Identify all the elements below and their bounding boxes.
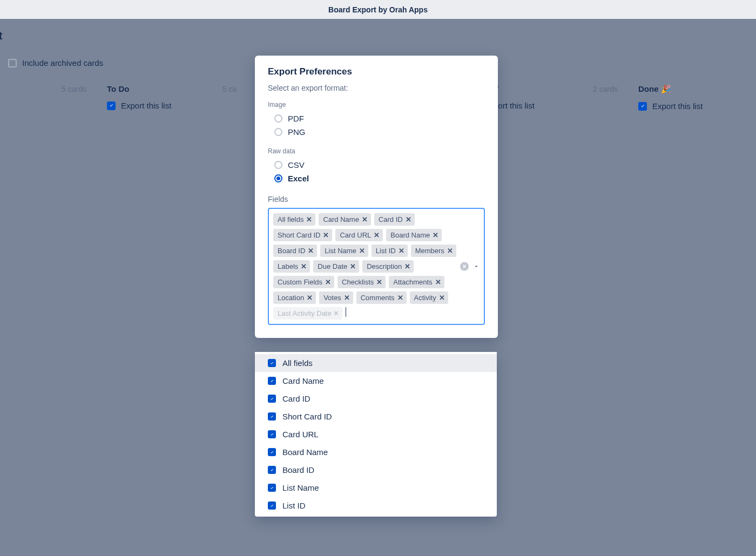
dropdown-option[interactable]: Card Name — [255, 372, 497, 390]
field-tag[interactable]: Location✕ — [273, 291, 316, 304]
clear-all-icon[interactable] — [460, 262, 469, 271]
remove-tag-icon[interactable]: ✕ — [359, 247, 365, 255]
radio-png-label: PNG — [288, 127, 306, 137]
field-tag[interactable]: Votes✕ — [319, 291, 353, 304]
export-list-row[interactable]: Export this list — [102, 97, 242, 114]
remove-tag-icon[interactable]: ✕ — [406, 215, 411, 223]
field-tag[interactable]: Board ID✕ — [273, 245, 317, 257]
remove-tag-icon[interactable]: ✕ — [435, 278, 441, 286]
export-list-row[interactable]: port this list — [488, 97, 623, 114]
dropdown-checkbox[interactable] — [268, 484, 276, 492]
dropdown-checkbox[interactable] — [268, 412, 276, 421]
dropdown-option[interactable]: All fields — [255, 354, 497, 372]
field-tag[interactable]: Custom Fields✕ — [273, 276, 334, 288]
dropdown-checkbox[interactable] — [268, 501, 276, 510]
field-tag-partial: Last Activity Date ✕ — [273, 307, 342, 320]
dropdown-option[interactable]: Short Card ID — [255, 408, 497, 425]
format-csv-row[interactable]: CSV — [268, 158, 485, 172]
fields-label: Fields — [268, 195, 485, 204]
fields-dropdown[interactable]: All fieldsCard NameCard IDShort Card IDC… — [255, 352, 497, 517]
modal-title: Export Preferences — [268, 66, 485, 77]
radio-excel-label: Excel — [288, 174, 309, 183]
field-tag-label: Attachments — [393, 278, 432, 286]
remove-tag-icon[interactable]: ✕ — [325, 278, 331, 286]
remove-tag-icon[interactable]: ✕ — [323, 231, 329, 239]
field-tag[interactable]: Attachments✕ — [389, 276, 444, 288]
field-tag-label: Due Date — [318, 262, 347, 270]
field-tag[interactable]: Labels✕ — [273, 260, 310, 273]
dropdown-checkbox[interactable] — [268, 430, 276, 438]
format-png-row[interactable]: PNG — [268, 125, 485, 139]
radio-csv-label: CSV — [288, 160, 305, 169]
export-list-label: port this list — [494, 101, 535, 110]
dropdown-option-label: Board Name — [282, 447, 328, 457]
radio-excel[interactable] — [274, 174, 282, 182]
remove-tag-icon[interactable]: ✕ — [439, 294, 445, 302]
remove-tag-icon[interactable]: ✕ — [404, 262, 410, 270]
list-column: Y 2 cards port this list — [488, 81, 623, 115]
remove-tag-icon[interactable]: ✕ — [307, 294, 313, 302]
field-tag[interactable]: Members✕ — [411, 245, 456, 257]
dropdown-option[interactable]: List ID — [255, 497, 497, 514]
radio-png[interactable] — [274, 128, 282, 136]
field-tag-label: Card Name — [323, 215, 359, 223]
remove-tag-icon[interactable]: ✕ — [397, 294, 403, 302]
field-tag[interactable]: Activity✕ — [410, 291, 448, 304]
list-column: To Do 5 ca Export this list — [102, 81, 242, 115]
export-preferences-modal: Export Preferences Select an export form… — [255, 56, 498, 338]
field-tag[interactable]: List ID✕ — [372, 245, 408, 257]
export-list-checkbox[interactable] — [107, 101, 116, 110]
field-tag[interactable]: Card Name✕ — [319, 213, 370, 226]
field-tag-label: Custom Fields — [278, 278, 322, 286]
field-tag[interactable]: List Name✕ — [320, 245, 368, 257]
include-archived-label: Include archived cards — [22, 58, 103, 67]
remove-tag-icon[interactable]: ✕ — [374, 231, 380, 239]
dropdown-checkbox[interactable] — [268, 466, 276, 474]
remove-tag-icon[interactable]: ✕ — [399, 247, 404, 255]
dropdown-option-label: Card Name — [282, 376, 324, 385]
field-tag[interactable]: Card URL✕ — [335, 229, 383, 241]
field-tag[interactable]: Short Card ID✕ — [273, 229, 332, 241]
chevron-down-icon[interactable] — [473, 262, 480, 271]
dropdown-option-label: Board ID — [282, 465, 314, 474]
field-tag[interactable]: Card ID✕ — [374, 213, 415, 226]
remove-tag-icon[interactable]: ✕ — [376, 278, 382, 286]
list-count: 2 cards — [593, 85, 618, 93]
dropdown-checkbox[interactable] — [268, 448, 276, 456]
include-archived-checkbox[interactable] — [8, 59, 17, 67]
remove-tag-icon[interactable]: ✕ — [447, 247, 453, 255]
export-list-label: Export this list — [652, 101, 703, 111]
remove-tag-icon[interactable]: ✕ — [301, 262, 307, 270]
dropdown-checkbox[interactable] — [268, 395, 276, 403]
field-tag[interactable]: Checklists✕ — [338, 276, 386, 288]
format-pdf-row[interactable]: PDF — [268, 112, 485, 125]
remove-tag-icon[interactable]: ✕ — [308, 247, 314, 255]
remove-tag-icon[interactable]: ✕ — [362, 215, 368, 223]
radio-csv[interactable] — [274, 161, 282, 169]
field-tag[interactable]: Board Name✕ — [386, 229, 442, 241]
field-tag-label: List Name — [325, 247, 356, 255]
radio-pdf[interactable] — [274, 114, 282, 123]
export-list-checkbox[interactable] — [638, 102, 647, 111]
dropdown-option[interactable]: Card URL — [255, 425, 497, 443]
dropdown-option[interactable]: Board ID — [255, 461, 497, 479]
remove-tag-icon[interactable]: ✕ — [350, 262, 356, 270]
dropdown-option[interactable]: Board Name — [255, 443, 497, 461]
field-tag[interactable]: All fields✕ — [273, 213, 315, 226]
dropdown-checkbox[interactable] — [268, 377, 276, 385]
dropdown-checkbox[interactable] — [268, 359, 276, 367]
remove-tag-icon[interactable]: ✕ — [306, 215, 312, 223]
remove-tag-icon[interactable]: ✕ — [344, 294, 350, 302]
format-excel-row[interactable]: Excel — [268, 172, 485, 185]
field-tag[interactable]: Description✕ — [362, 260, 414, 273]
fields-multiselect[interactable]: All fields✕Card Name✕Card ID✕Short Card … — [268, 208, 485, 325]
remove-tag-icon[interactable]: ✕ — [433, 231, 438, 239]
field-tag[interactable]: Due Date✕ — [313, 260, 359, 273]
dropdown-option-label: Card ID — [282, 394, 310, 403]
dropdown-option[interactable]: Card ID — [255, 390, 497, 408]
dropdown-option[interactable]: List Name — [255, 479, 497, 497]
field-tag-label: Board Name — [390, 231, 430, 239]
export-list-row[interactable]: Export this list — [633, 97, 756, 115]
export-list-row[interactable] — [0, 97, 92, 105]
field-tag[interactable]: Comments✕ — [356, 291, 407, 304]
